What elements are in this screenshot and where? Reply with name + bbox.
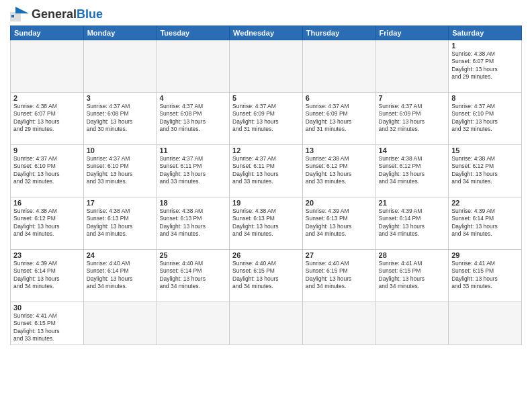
calendar-cell: 2Sunrise: 4:38 AMSunset: 6:07 PMDaylight…	[11, 93, 84, 145]
day-info: Sunrise: 4:38 AMSunset: 6:13 PMDaylight:…	[159, 208, 226, 238]
day-number: 1	[451, 42, 519, 50]
calendar-cell	[230, 40, 303, 93]
calendar-cell: 1Sunrise: 4:38 AMSunset: 6:07 PMDaylight…	[449, 40, 522, 93]
day-number: 6	[306, 94, 373, 102]
calendar-row: 16Sunrise: 4:38 AMSunset: 6:12 PMDayligh…	[11, 197, 522, 250]
calendar-cell: 21Sunrise: 4:39 AMSunset: 6:14 PMDayligh…	[375, 197, 449, 250]
calendar-cell: 26Sunrise: 4:40 AMSunset: 6:15 PMDayligh…	[230, 250, 303, 302]
header-saturday: Saturday	[449, 26, 522, 40]
calendar-cell: 23Sunrise: 4:39 AMSunset: 6:14 PMDayligh…	[11, 250, 84, 302]
day-number: 16	[13, 199, 81, 207]
calendar-cell: 6Sunrise: 4:37 AMSunset: 6:09 PMDaylight…	[302, 93, 375, 145]
day-info: Sunrise: 4:40 AMSunset: 6:14 PMDaylight:…	[87, 260, 154, 291]
calendar-cell: 16Sunrise: 4:38 AMSunset: 6:12 PMDayligh…	[11, 197, 84, 250]
day-info: Sunrise: 4:40 AMSunset: 6:15 PMDaylight:…	[306, 260, 373, 291]
calendar-cell: 30Sunrise: 4:41 AMSunset: 6:15 PMDayligh…	[11, 302, 84, 345]
calendar-cell: 12Sunrise: 4:37 AMSunset: 6:11 PMDayligh…	[230, 145, 303, 197]
day-info: Sunrise: 4:38 AMSunset: 6:12 PMDaylight:…	[13, 208, 81, 238]
page: GeneralBlue Sunday Monday Tuesday Wednes…	[0, 0, 532, 352]
day-number: 20	[306, 199, 373, 207]
day-number: 5	[232, 94, 300, 102]
calendar-cell	[375, 302, 449, 345]
day-number: 11	[159, 146, 226, 154]
calendar-cell: 19Sunrise: 4:38 AMSunset: 6:13 PMDayligh…	[230, 197, 303, 250]
day-info: Sunrise: 4:39 AMSunset: 6:14 PMDaylight:…	[13, 260, 81, 291]
generalblue-logo-icon	[10, 7, 29, 21]
day-info: Sunrise: 4:37 AMSunset: 6:09 PMDaylight:…	[379, 103, 446, 134]
day-number: 18	[159, 199, 226, 207]
calendar-cell	[157, 302, 230, 345]
header-monday: Monday	[83, 26, 157, 40]
weekday-header-row: Sunday Monday Tuesday Wednesday Thursday…	[11, 26, 522, 40]
calendar-cell	[375, 40, 449, 93]
calendar-cell: 13Sunrise: 4:38 AMSunset: 6:12 PMDayligh…	[302, 145, 375, 197]
day-info: Sunrise: 4:37 AMSunset: 6:10 PMDaylight:…	[13, 155, 81, 186]
day-info: Sunrise: 4:38 AMSunset: 6:07 PMDaylight:…	[451, 50, 519, 81]
day-number: 17	[87, 199, 154, 207]
calendar-cell	[83, 40, 157, 93]
calendar-cell: 28Sunrise: 4:41 AMSunset: 6:15 PMDayligh…	[375, 250, 449, 302]
calendar-row: 30Sunrise: 4:41 AMSunset: 6:15 PMDayligh…	[11, 302, 522, 345]
day-info: Sunrise: 4:38 AMSunset: 6:13 PMDaylight:…	[232, 208, 300, 238]
day-number: 25	[159, 251, 226, 259]
day-info: Sunrise: 4:39 AMSunset: 6:13 PMDaylight:…	[306, 208, 373, 238]
day-number: 9	[13, 146, 81, 154]
day-number: 21	[379, 199, 446, 207]
calendar-cell	[302, 40, 375, 93]
day-info: Sunrise: 4:41 AMSunset: 6:15 PMDaylight:…	[451, 260, 519, 291]
calendar-cell	[302, 302, 375, 345]
header: GeneralBlue	[10, 7, 522, 21]
calendar-cell: 4Sunrise: 4:37 AMSunset: 6:08 PMDaylight…	[157, 93, 230, 145]
calendar-cell: 25Sunrise: 4:40 AMSunset: 6:14 PMDayligh…	[157, 250, 230, 302]
header-tuesday: Tuesday	[157, 26, 230, 40]
calendar-row: 9Sunrise: 4:37 AMSunset: 6:10 PMDaylight…	[11, 145, 522, 197]
day-number: 23	[13, 251, 81, 259]
calendar-cell: 15Sunrise: 4:38 AMSunset: 6:12 PMDayligh…	[449, 145, 522, 197]
calendar-cell: 17Sunrise: 4:38 AMSunset: 6:13 PMDayligh…	[83, 197, 157, 250]
calendar-cell: 9Sunrise: 4:37 AMSunset: 6:10 PMDaylight…	[11, 145, 84, 197]
calendar-cell: 29Sunrise: 4:41 AMSunset: 6:15 PMDayligh…	[449, 250, 522, 302]
calendar-cell: 5Sunrise: 4:37 AMSunset: 6:09 PMDaylight…	[230, 93, 303, 145]
day-info: Sunrise: 4:37 AMSunset: 6:11 PMDaylight:…	[159, 155, 226, 186]
day-number: 30	[13, 304, 81, 312]
logo-blue: Blue	[77, 7, 103, 21]
day-number: 27	[306, 251, 373, 259]
day-number: 2	[13, 94, 81, 102]
day-info: Sunrise: 4:37 AMSunset: 6:11 PMDaylight:…	[232, 155, 300, 186]
logo: GeneralBlue	[10, 7, 103, 21]
day-number: 15	[451, 146, 519, 154]
calendar-cell	[449, 302, 522, 345]
calendar-cell	[83, 302, 157, 345]
header-wednesday: Wednesday	[230, 26, 303, 40]
calendar-body: 1Sunrise: 4:38 AMSunset: 6:07 PMDaylight…	[11, 40, 522, 345]
day-info: Sunrise: 4:38 AMSunset: 6:12 PMDaylight:…	[379, 155, 446, 186]
day-info: Sunrise: 4:37 AMSunset: 6:09 PMDaylight:…	[306, 103, 373, 134]
calendar-cell: 20Sunrise: 4:39 AMSunset: 6:13 PMDayligh…	[302, 197, 375, 250]
calendar-cell: 24Sunrise: 4:40 AMSunset: 6:14 PMDayligh…	[83, 250, 157, 302]
day-info: Sunrise: 4:38 AMSunset: 6:13 PMDaylight:…	[87, 208, 154, 238]
day-info: Sunrise: 4:37 AMSunset: 6:08 PMDaylight:…	[159, 103, 226, 134]
header-friday: Friday	[375, 26, 449, 40]
day-number: 24	[87, 251, 154, 259]
calendar-table: Sunday Monday Tuesday Wednesday Thursday…	[10, 26, 522, 345]
day-number: 7	[379, 94, 446, 102]
calendar-cell	[11, 40, 84, 93]
day-info: Sunrise: 4:38 AMSunset: 6:07 PMDaylight:…	[13, 103, 81, 134]
day-info: Sunrise: 4:38 AMSunset: 6:12 PMDaylight:…	[451, 155, 519, 186]
calendar-cell: 7Sunrise: 4:37 AMSunset: 6:09 PMDaylight…	[375, 93, 449, 145]
header-sunday: Sunday	[11, 26, 84, 40]
svg-rect-2	[11, 15, 14, 17]
calendar-cell: 22Sunrise: 4:39 AMSunset: 6:14 PMDayligh…	[449, 197, 522, 250]
day-number: 29	[451, 251, 519, 259]
day-info: Sunrise: 4:37 AMSunset: 6:09 PMDaylight:…	[232, 103, 300, 134]
day-info: Sunrise: 4:39 AMSunset: 6:14 PMDaylight:…	[451, 208, 519, 238]
day-number: 13	[306, 146, 373, 154]
day-info: Sunrise: 4:41 AMSunset: 6:15 PMDaylight:…	[379, 260, 446, 291]
day-info: Sunrise: 4:40 AMSunset: 6:14 PMDaylight:…	[159, 260, 226, 291]
calendar-row: 1Sunrise: 4:38 AMSunset: 6:07 PMDaylight…	[11, 40, 522, 93]
calendar-cell	[157, 40, 230, 93]
day-number: 10	[87, 146, 154, 154]
calendar-cell: 8Sunrise: 4:37 AMSunset: 6:10 PMDaylight…	[449, 93, 522, 145]
day-info: Sunrise: 4:41 AMSunset: 6:15 PMDaylight:…	[13, 312, 81, 343]
day-info: Sunrise: 4:40 AMSunset: 6:15 PMDaylight:…	[232, 260, 300, 291]
